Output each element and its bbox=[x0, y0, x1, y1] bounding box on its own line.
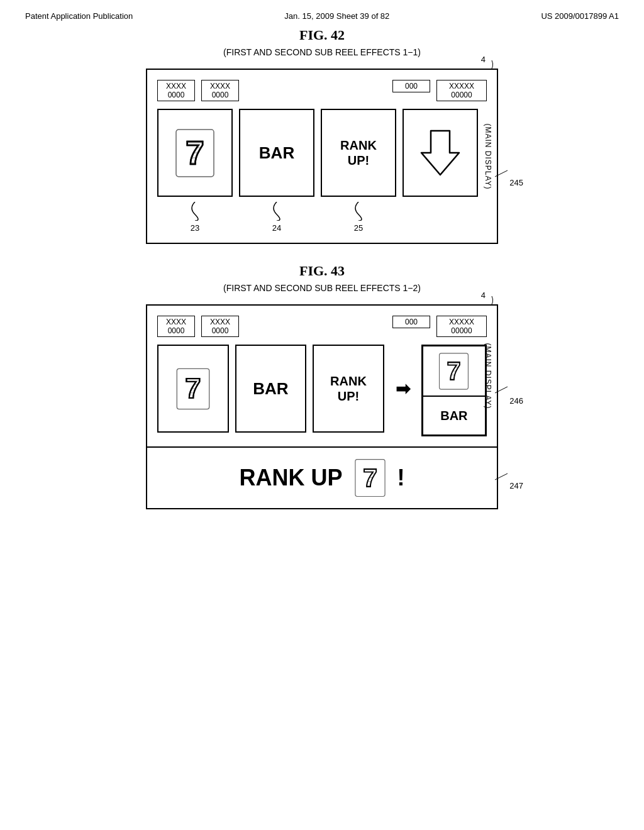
seven-icon-bottom: 7 7 bbox=[353, 456, 387, 499]
fig43-top-row: XXXX 0000 XXXX 0000 000 XXXXX bbox=[157, 316, 487, 337]
svg-text:7: 7 bbox=[186, 135, 204, 171]
fig42-diagram: 4 (MAIN DISPLAY) XXXX 0000 XXXX 0000 bbox=[50, 69, 594, 244]
main-content: FIG. 42 (FIRST AND SECOND SUB REEL EFFEC… bbox=[0, 27, 644, 509]
wavy-item-2: 24 bbox=[239, 202, 314, 233]
info-box-1-line2: 0000 bbox=[162, 91, 191, 99]
fig42-reel-row: 7 7 bbox=[157, 109, 487, 197]
stacked-top-seven: 7 bbox=[423, 346, 485, 397]
fig43-info-3-l1: 000 bbox=[397, 318, 426, 326]
svg-text:7: 7 bbox=[447, 357, 461, 384]
info-box-4-line1: XXXXX bbox=[441, 82, 482, 91]
wavy-line-1 bbox=[179, 202, 211, 221]
stacked-bottom-bar: BAR bbox=[423, 397, 485, 434]
ref-246: 246 bbox=[509, 396, 523, 406]
wavy-num-1: 23 bbox=[191, 223, 199, 233]
fig42-top-row: XXXX 0000 XXXX 0000 000 XXXXX 00000 bbox=[157, 80, 487, 101]
fig43-info-4-l1: XXXXX bbox=[441, 318, 482, 326]
wavy-item-3: 25 bbox=[321, 202, 396, 233]
fig43-info-box-3: 000 bbox=[392, 316, 430, 328]
rank-up-label-2: RANKUP! bbox=[330, 374, 367, 404]
fig42-subtitle: (FIRST AND SECOND SUB REEL EFFECTS 1−1) bbox=[50, 47, 594, 57]
fig42-wavy-row: 23 24 25 bbox=[157, 202, 487, 233]
wavy-num-3: 25 bbox=[354, 223, 363, 233]
bar-label-1: BAR bbox=[259, 143, 294, 163]
fig43-title: FIG. 43 bbox=[50, 263, 594, 279]
info-box-3-line1: 000 bbox=[397, 82, 426, 91]
fig43-bottom-section: RANK UP 7 bbox=[146, 446, 498, 509]
fig43-info-1-l2: 0000 bbox=[162, 326, 191, 335]
reel-3-rankup: RANKUP! bbox=[321, 109, 396, 197]
wavy-num-2: 24 bbox=[272, 223, 281, 233]
ref-245: 245 bbox=[509, 178, 523, 187]
fig43-info-box-1: XXXX 0000 bbox=[157, 316, 195, 337]
fig43-outer: (MAIN DISPLAY) XXXX 0000 XXXX 0000 bbox=[146, 304, 498, 509]
reel-2-bar: BAR bbox=[239, 109, 314, 197]
exclamation-label: ! bbox=[397, 465, 405, 491]
fig43-diagram: 4 (MAIN DISPLAY) XXXX 0000 bbox=[50, 304, 594, 509]
fig43-reel-3-rankup: RANKUP! bbox=[313, 345, 384, 433]
svg-text:7: 7 bbox=[185, 373, 201, 404]
wavy-line-2 bbox=[261, 202, 292, 221]
fig43-reel-1-seven: 7 7 bbox=[157, 345, 229, 433]
fig43-info-box-2: XXXX 0000 bbox=[201, 316, 239, 337]
rank-up-big-label: RANK UP bbox=[239, 465, 342, 491]
fig43-rotated-label: (MAIN DISPLAY) bbox=[483, 343, 492, 409]
rank-up-label-1: RANKUP! bbox=[340, 138, 377, 168]
header-left: Patent Application Publication bbox=[25, 11, 133, 21]
fig43-main-display: (MAIN DISPLAY) XXXX 0000 XXXX 0000 bbox=[146, 304, 498, 446]
stacked-bar-label: BAR bbox=[440, 409, 467, 423]
fig43-reel-2-bar: BAR bbox=[235, 345, 307, 433]
info-box-2-line1: XXXX bbox=[206, 82, 235, 91]
fig42-main-display: (MAIN DISPLAY) XXXX 0000 XXXX 0000 000 bbox=[146, 69, 498, 244]
reel-1-seven: 7 7 bbox=[157, 109, 233, 197]
callout-line-247 bbox=[492, 470, 511, 483]
svg-marker-13 bbox=[421, 131, 459, 175]
fig43-info-box-4: XXXXX 00000 bbox=[436, 316, 487, 337]
seven-icon-1: 7 7 bbox=[173, 126, 217, 180]
fig43-reel-row: 7 7 bbox=[157, 345, 487, 436]
info-box-4-line2: 00000 bbox=[441, 91, 482, 99]
info-box-2-line2: 0000 bbox=[206, 91, 235, 99]
wavy-line-3 bbox=[343, 202, 374, 221]
header-right: US 2009/0017899 A1 bbox=[541, 11, 619, 21]
header-center: Jan. 15, 2009 Sheet 39 of 82 bbox=[284, 11, 389, 21]
seven-icon-stacked: 7 bbox=[436, 351, 471, 392]
callout-line-246 bbox=[492, 384, 511, 396]
fig43-info-2-l2: 0000 bbox=[206, 326, 235, 335]
seven-icon-2: 7 7 bbox=[174, 365, 212, 412]
down-arrow-icon bbox=[418, 124, 462, 181]
bar-label-2: BAR bbox=[253, 379, 288, 399]
info-box-2: XXXX 0000 bbox=[201, 80, 239, 101]
ref-247: 247 bbox=[509, 481, 523, 490]
fig43-info-2-l1: XXXX bbox=[206, 318, 235, 326]
fig43-subtitle: (FIRST AND SECOND SUB REEL EFFECTS 1−2) bbox=[50, 283, 594, 293]
svg-text:7: 7 bbox=[363, 463, 377, 492]
fig43-reel-4-stacked: 7 bbox=[421, 345, 487, 436]
fig42-rotated-label: (MAIN DISPLAY) bbox=[483, 123, 492, 189]
info-box-3: 000 bbox=[392, 80, 430, 92]
info-box-1: XXXX 0000 bbox=[157, 80, 195, 101]
wavy-item-1: 23 bbox=[157, 202, 233, 233]
info-box-1-line1: XXXX bbox=[162, 82, 191, 91]
fig43-wrapper: 4 (MAIN DISPLAY) XXXX 0000 bbox=[146, 304, 498, 509]
info-box-4: XXXXX 00000 bbox=[436, 80, 487, 101]
arrow-right-icon: ➡ bbox=[393, 345, 413, 433]
patent-header: Patent Application Publication Jan. 15, … bbox=[0, 0, 644, 27]
reel-4-arrow bbox=[402, 109, 478, 197]
fig43-info-1-l1: XXXX bbox=[162, 318, 191, 326]
fig43-info-4-l2: 00000 bbox=[441, 326, 482, 335]
fig42-title: FIG. 42 bbox=[50, 27, 594, 43]
callout-line-245 bbox=[492, 167, 511, 180]
fig42-wrapper: 4 (MAIN DISPLAY) XXXX 0000 XXXX 0000 bbox=[146, 69, 498, 244]
